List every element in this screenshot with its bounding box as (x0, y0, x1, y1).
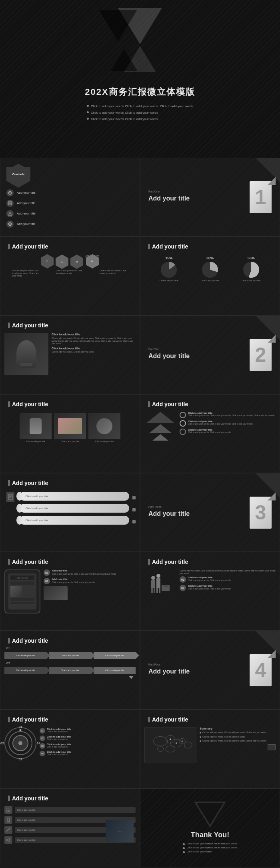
contents-icon-1 (6, 189, 14, 196)
scroll-3: Click to add your title (20, 516, 129, 525)
hero-bullets: Click to add your words Click to add you… (87, 104, 193, 123)
scroll-indicators (132, 492, 136, 528)
contents-item-2: Add your title (6, 200, 134, 207)
phone-icon (4, 816, 12, 824)
thumb-2-label: Click to add your title (61, 440, 79, 443)
circle-label-02: 02 (0, 742, 4, 745)
tablet-small-image (44, 586, 68, 600)
title-accent-11 (8, 638, 10, 643)
tablet-placeholder: Add your title (4, 569, 40, 613)
section2-title: Add your title (148, 353, 246, 360)
map-text-2: Click to add your words. Click to add yo… (202, 736, 245, 738)
num-circle-p01: 01 (180, 576, 186, 583)
tablet-title-2: Add your title (52, 578, 95, 580)
scroll-1-text: Click to add your title (26, 495, 48, 497)
circle-num-04: 04 (40, 751, 45, 756)
tablet-text-2: Click to add your words. Click to add yo… (52, 581, 95, 584)
section-number-4: 4 (250, 654, 272, 686)
section-number-2: 2 (250, 339, 272, 371)
thumb-1-label: Click to add your title (26, 440, 45, 443)
num-circle-p02: 02 (180, 585, 186, 591)
slide17-title: Add your title (12, 795, 48, 802)
section-number-1: 1 (250, 181, 272, 213)
home-icon (4, 806, 12, 814)
svg-marker-30 (7, 838, 9, 842)
bullet-dot-2 (87, 111, 89, 113)
svg-rect-9 (8, 495, 12, 499)
slide-pie-charts: Add your title 15% Click to add your tit… (140, 237, 280, 315)
slide-circular: Add your title 01 04 03 02 (0, 710, 140, 788)
title-accent-9 (8, 559, 10, 565)
section1-title: Add your title (148, 195, 246, 202)
row-6: Add your title Click to add your title C… (0, 473, 280, 552)
svg-rect-13 (145, 728, 196, 763)
thumb-3-label: Click to add your title (95, 440, 114, 443)
person-text-intro: Click to add your words Click to add you… (180, 569, 276, 575)
slide-thumbnails: Add your title Click to add your title C… (0, 394, 140, 473)
pie-55-text: Click to add your title (242, 279, 260, 282)
circle-num-03: 03 (40, 743, 45, 749)
arrow-1-label: Click to add your title (16, 654, 34, 657)
slide-icon-list: Add your title Click to add your title (0, 788, 140, 867)
svg-marker-6 (8, 212, 12, 215)
circle-label-03: 03 (19, 758, 22, 761)
contents-item-label-3: Add your title (17, 212, 36, 215)
section3-title: Add your title (148, 510, 246, 517)
ty-dot-2 (183, 847, 185, 849)
circle-item-02: 02 Click to add your title Click to add … (40, 736, 136, 741)
row-7: Add your title Add your title (0, 552, 280, 631)
bullet-1: Click to add your words Click to add you… (91, 104, 193, 109)
pie-15-label: 15% (165, 256, 172, 260)
slide-person-figure: Add your title (140, 552, 280, 631)
slide-section-2: Part Two Add your title 2 (140, 315, 280, 394)
part-three-label: Part Three (148, 505, 246, 508)
circle-text-01: Click to add your words (47, 730, 71, 733)
arrow-2-label: Click to add your title (61, 654, 79, 657)
circle-text-03: Click to add your words (47, 746, 71, 748)
slide-section-1: Part One Add your title 1 (140, 158, 280, 237)
pie-55: 55% Click to add your title (242, 256, 260, 282)
slide12-title: Add your title (152, 559, 188, 565)
slide5-title: Add your title (12, 322, 48, 329)
section-number-3: 3 (250, 497, 272, 529)
person-text-1: Click to add your words. Click to add yo… (188, 579, 231, 582)
svg-point-8 (9, 223, 11, 225)
slide13-title: Add your title (12, 637, 48, 644)
hex-04-text: 04 (91, 260, 94, 263)
row-8: Add your title 01 Click to add your titl… (0, 631, 280, 710)
icon-row-2-text: Click to add your title (17, 819, 35, 821)
person-text-2: Click to add your words. Click to add yo… (188, 587, 231, 590)
circle-num-01: 01 (40, 728, 45, 734)
title-accent-15 (8, 796, 10, 801)
section4-title: Add your title (148, 668, 246, 675)
arrow-3-label: Click to add your title (105, 654, 124, 657)
slide16-title: Add your title (152, 716, 188, 723)
title-accent-14 (148, 717, 150, 722)
thumb-1 (20, 413, 52, 439)
slide-tablet: Add your title Add your title (0, 552, 140, 631)
svg-point-21 (170, 738, 171, 740)
hex-text-2: Click to add your words. Click to add yo… (56, 269, 84, 275)
contents-item-4: Add your title (6, 221, 134, 228)
slide-bullet-list: Add your title Cli (140, 394, 280, 473)
map-text-3: Click to add your words. Click to add yo… (202, 740, 266, 742)
contents-icon-3 (6, 210, 14, 217)
slide-section-3: Part Three Add your title 3 (140, 473, 280, 552)
ty-dot-3 (183, 851, 185, 853)
contents-icon-4 (6, 221, 14, 228)
person-title-2: Click to add your title (188, 585, 231, 587)
pie-55-label: 55% (248, 256, 255, 260)
circle-item-03: 03 Click to add your title Click to add … (40, 743, 136, 749)
title-accent-6 (148, 401, 150, 407)
ty-bullet-3: Click to add your words (187, 850, 212, 853)
svg-point-23 (182, 740, 183, 742)
ty-dot-1 (183, 843, 185, 845)
hex-01-text: 01 (46, 260, 48, 263)
map-text-item-3: Click to add your words. Click to add yo… (200, 740, 276, 742)
svg-line-27 (7, 828, 9, 832)
svg-rect-3 (8, 202, 12, 205)
contents-item-1: Add your title (6, 189, 134, 196)
concentric-circles: 01 04 03 02 (4, 727, 36, 759)
bullet-dot-3 (87, 118, 89, 120)
map-label-summary: Summary (200, 727, 276, 730)
